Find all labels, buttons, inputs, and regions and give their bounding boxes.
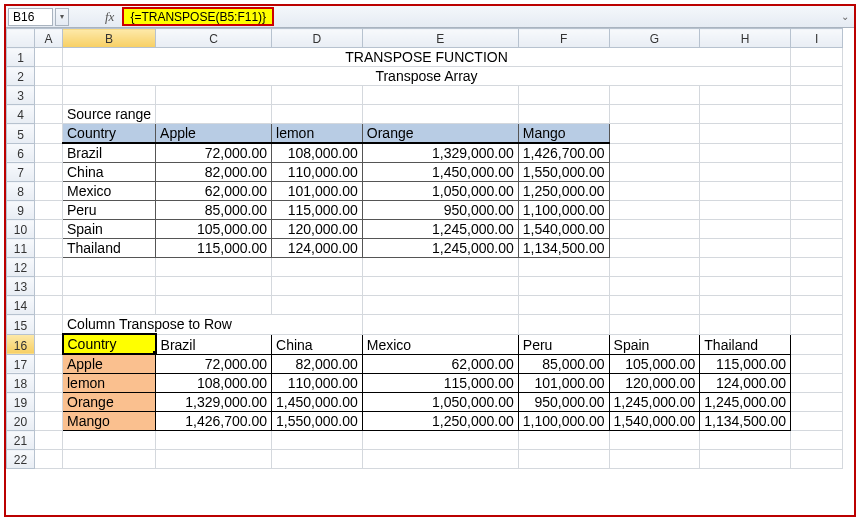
cell[interactable]: Mango: [63, 412, 156, 431]
cell[interactable]: 1,245,000.00: [700, 393, 791, 412]
cell[interactable]: 108,000.00: [272, 143, 363, 163]
cell[interactable]: Peru: [63, 201, 156, 220]
cell[interactable]: 1,134,500.00: [518, 239, 609, 258]
cell[interactable]: 72,000.00: [156, 354, 272, 374]
cell[interactable]: 1,550,000.00: [518, 163, 609, 182]
cell[interactable]: Mexico: [63, 182, 156, 201]
cell[interactable]: 950,000.00: [362, 201, 518, 220]
col-header[interactable]: I: [791, 29, 843, 48]
cell[interactable]: Mexico: [362, 334, 518, 354]
cell[interactable]: 120,000.00: [272, 220, 363, 239]
cell[interactable]: 115,000.00: [362, 374, 518, 393]
cell[interactable]: 1,050,000.00: [362, 393, 518, 412]
cell[interactable]: lemon: [272, 124, 363, 144]
cell[interactable]: 85,000.00: [518, 354, 609, 374]
row-header[interactable]: 13: [7, 277, 35, 296]
select-all-corner[interactable]: [7, 29, 35, 48]
row-header[interactable]: 12: [7, 258, 35, 277]
row-header[interactable]: 17: [7, 354, 35, 374]
cell[interactable]: 1,426,700.00: [518, 143, 609, 163]
cell[interactable]: 1,100,000.00: [518, 412, 609, 431]
fx-icon[interactable]: fx: [105, 9, 114, 25]
cell[interactable]: Brazil: [63, 143, 156, 163]
row-header[interactable]: 4: [7, 105, 35, 124]
cell[interactable]: Spain: [63, 220, 156, 239]
cell[interactable]: Peru: [518, 334, 609, 354]
row-header[interactable]: 5: [7, 124, 35, 144]
cell[interactable]: Apple: [156, 124, 272, 144]
cell[interactable]: 1,134,500.00: [700, 412, 791, 431]
row-header[interactable]: 10: [7, 220, 35, 239]
cell[interactable]: 1,450,000.00: [362, 163, 518, 182]
cell[interactable]: 1,250,000.00: [362, 412, 518, 431]
row-header[interactable]: 1: [7, 48, 35, 67]
fill-handle[interactable]: [153, 351, 156, 354]
cell[interactable]: 1,426,700.00: [156, 412, 272, 431]
row-header[interactable]: 21: [7, 431, 35, 450]
cell[interactable]: 108,000.00: [156, 374, 272, 393]
cell[interactable]: Mango: [518, 124, 609, 144]
col-header[interactable]: A: [35, 29, 63, 48]
cell[interactable]: 1,450,000.00: [272, 393, 363, 412]
cell[interactable]: 1,245,000.00: [362, 220, 518, 239]
cell[interactable]: 115,000.00: [272, 201, 363, 220]
name-box[interactable]: B16: [8, 8, 53, 26]
cell[interactable]: China: [272, 334, 363, 354]
cell[interactable]: 1,245,000.00: [362, 239, 518, 258]
cell[interactable]: 101,000.00: [272, 182, 363, 201]
row-header[interactable]: 19: [7, 393, 35, 412]
cell[interactable]: 72,000.00: [156, 143, 272, 163]
cell[interactable]: 115,000.00: [700, 354, 791, 374]
cell[interactable]: 124,000.00: [272, 239, 363, 258]
cell[interactable]: lemon: [63, 374, 156, 393]
cell[interactable]: Thailand: [700, 334, 791, 354]
row-header[interactable]: 9: [7, 201, 35, 220]
row-header[interactable]: 11: [7, 239, 35, 258]
cell[interactable]: Orange: [362, 124, 518, 144]
cell[interactable]: 120,000.00: [609, 374, 700, 393]
cell[interactable]: 1,329,000.00: [362, 143, 518, 163]
col-header[interactable]: B: [63, 29, 156, 48]
cell[interactable]: 101,000.00: [518, 374, 609, 393]
row-header[interactable]: 14: [7, 296, 35, 315]
active-cell[interactable]: Country: [63, 334, 156, 354]
row-header[interactable]: 6: [7, 143, 35, 163]
name-box-dropdown[interactable]: ▾: [55, 8, 69, 26]
formula-input[interactable]: {=TRANSPOSE(B5:F11)}: [122, 7, 274, 26]
cell[interactable]: 82,000.00: [156, 163, 272, 182]
row-header[interactable]: 22: [7, 450, 35, 469]
cell[interactable]: Brazil: [156, 334, 272, 354]
cell[interactable]: 1,540,000.00: [609, 412, 700, 431]
col-header[interactable]: C: [156, 29, 272, 48]
cell[interactable]: Country: [63, 124, 156, 144]
cell[interactable]: 124,000.00: [700, 374, 791, 393]
row-header[interactable]: 16: [7, 334, 35, 354]
cell[interactable]: Orange: [63, 393, 156, 412]
row-header[interactable]: 15: [7, 315, 35, 335]
row-header[interactable]: 20: [7, 412, 35, 431]
cell[interactable]: 110,000.00: [272, 374, 363, 393]
cell[interactable]: 62,000.00: [156, 182, 272, 201]
cell[interactable]: 1,245,000.00: [609, 393, 700, 412]
cell[interactable]: 1,250,000.00: [518, 182, 609, 201]
cell[interactable]: China: [63, 163, 156, 182]
col-header[interactable]: G: [609, 29, 700, 48]
col-header[interactable]: D: [272, 29, 363, 48]
column-headers[interactable]: A B C D E F G H I: [7, 29, 843, 48]
col-header[interactable]: F: [518, 29, 609, 48]
cell[interactable]: 1,550,000.00: [272, 412, 363, 431]
cell[interactable]: 82,000.00: [272, 354, 363, 374]
cell[interactable]: 85,000.00: [156, 201, 272, 220]
expand-formula-bar-icon[interactable]: ⌄: [836, 11, 854, 22]
cell[interactable]: 1,050,000.00: [362, 182, 518, 201]
col-header[interactable]: E: [362, 29, 518, 48]
col-header[interactable]: H: [700, 29, 791, 48]
cell[interactable]: 1,329,000.00: [156, 393, 272, 412]
cell[interactable]: 105,000.00: [156, 220, 272, 239]
cell[interactable]: 1,540,000.00: [518, 220, 609, 239]
cell[interactable]: Spain: [609, 334, 700, 354]
cell[interactable]: 950,000.00: [518, 393, 609, 412]
cell[interactable]: Apple: [63, 354, 156, 374]
row-header[interactable]: 7: [7, 163, 35, 182]
row-header[interactable]: 18: [7, 374, 35, 393]
